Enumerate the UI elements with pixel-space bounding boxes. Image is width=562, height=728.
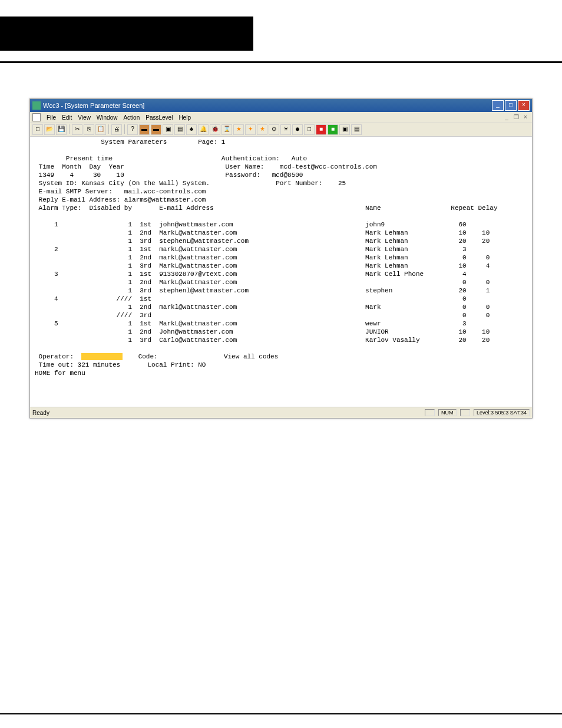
minimize-button[interactable]: _ [492, 100, 504, 111]
tool-icon[interactable]: ▬ [139, 124, 150, 135]
separator [124, 124, 125, 134]
tool-icon[interactable]: ⊙ [269, 124, 279, 135]
tool-icon[interactable]: 🐞 [210, 124, 220, 135]
tool-icon[interactable]: ▬ [151, 124, 161, 135]
status-ready: Ready [32, 410, 49, 416]
open-icon[interactable]: 📂 [44, 124, 55, 135]
window-buttons: _ □ × [492, 100, 530, 111]
app-window: Wcc3 - [System Parameter Screen] _ □ × F… [29, 98, 533, 419]
statusbar: Ready NUM Level:3 505:3 SAT:34 [30, 407, 532, 418]
star-icon[interactable]: ★ [257, 124, 267, 135]
bottom-rule [0, 713, 562, 714]
print-icon[interactable]: 🖨 [111, 124, 122, 135]
menu-view[interactable]: View [78, 114, 91, 121]
separator [69, 124, 70, 134]
maximize-button[interactable]: □ [505, 100, 517, 111]
header-black-bar [0, 17, 253, 51]
horizontal-rule [0, 61, 562, 63]
tool-icon[interactable]: ■ [316, 124, 326, 135]
menu-edit[interactable]: Edit [62, 114, 72, 121]
app-icon [32, 101, 41, 110]
titlebar: Wcc3 - [System Parameter Screen] _ □ × [30, 99, 532, 112]
tool-icon[interactable]: ⌛ [222, 124, 232, 135]
help-icon[interactable]: ? [127, 124, 138, 135]
toolbar: □ 📂 💾 ✂ ⎘ 📋 🖨 ? ▬ ▬ ▣ ▤ ♣ 🔔 🐞 ⌛ ★ ✦ ★ ⊙ … [30, 123, 532, 137]
tool-icon[interactable]: ☻ [292, 124, 303, 135]
child-minimize-button[interactable]: _ [503, 114, 511, 121]
menu-passlevel[interactable]: PassLevel [146, 114, 173, 121]
terminal-content[interactable]: System Parameters Page: 1 Present time A… [30, 137, 532, 407]
operator-label: Operator: [39, 353, 74, 360]
status-num: NUM [438, 409, 457, 416]
tool-icon[interactable]: □ [304, 124, 315, 135]
tool-icon[interactable]: ☀ [280, 124, 291, 135]
status-empty [460, 409, 471, 416]
paste-icon[interactable]: 📋 [95, 124, 106, 135]
tool-icon[interactable]: ▤ [174, 124, 185, 135]
menu-help[interactable]: Help [178, 114, 191, 121]
doc-icon [32, 113, 41, 121]
separator [108, 124, 109, 134]
tool-icon[interactable]: ♣ [186, 124, 197, 135]
star-icon[interactable]: ★ [233, 124, 244, 135]
tool-icon[interactable]: 🔔 [198, 124, 209, 135]
tool-icon[interactable]: ■ [328, 124, 338, 135]
menu-file[interactable]: File [47, 114, 56, 121]
close-button[interactable]: × [518, 100, 530, 111]
new-icon[interactable]: □ [32, 124, 43, 135]
status-empty [425, 409, 435, 416]
window-title: Wcc3 - [System Parameter Screen] [43, 102, 144, 109]
star-icon[interactable]: ✦ [245, 124, 256, 135]
operator-input[interactable] [81, 353, 123, 360]
cut-icon[interactable]: ✂ [72, 124, 82, 135]
tool-icon[interactable]: ▣ [339, 124, 350, 135]
copy-icon[interactable]: ⎘ [84, 124, 94, 135]
tool-icon[interactable]: ▣ [163, 124, 173, 135]
child-restore-button[interactable]: ❐ [512, 114, 520, 121]
tool-icon[interactable]: ▤ [351, 124, 362, 135]
child-close-button[interactable]: × [521, 114, 530, 121]
menubar: File Edit View Window Action PassLevel H… [30, 112, 532, 123]
status-level: Level:3 505:3 SAT:34 [474, 409, 530, 416]
menu-action[interactable]: Action [123, 114, 140, 121]
save-icon[interactable]: 💾 [56, 124, 67, 135]
menu-window[interactable]: Window [97, 114, 118, 121]
